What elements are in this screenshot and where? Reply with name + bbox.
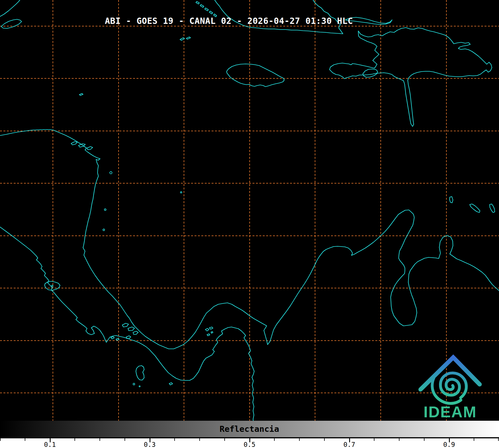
colorbar-label: Reflectancia bbox=[220, 424, 279, 434]
coast-pearl-island-3 bbox=[207, 334, 210, 336]
satellite-image-viewport: IDEAM ABI - GOES 19 - CANAL 02 - 2026-04… bbox=[0, 0, 499, 448]
coast-cuba-northwest-fragment bbox=[0, 0, 20, 16]
coast-pearl-island-4 bbox=[211, 332, 213, 333]
colorbar-tick bbox=[299, 438, 300, 441]
colorbar-tick bbox=[25, 438, 25, 441]
coast-bocas-island-3 bbox=[133, 331, 138, 334]
coiba-small-island-dot bbox=[133, 383, 135, 385]
coast-pearl-island-1 bbox=[205, 328, 209, 331]
coast-bocas-island-1 bbox=[122, 323, 129, 327]
coast-little-cayman bbox=[186, 37, 191, 39]
coast-curacao bbox=[470, 204, 480, 212]
providencia-island-dot bbox=[104, 209, 106, 211]
colorbar-tick bbox=[125, 438, 125, 441]
colorbar-tick bbox=[374, 438, 374, 441]
coast-pearl-island-2 bbox=[209, 327, 213, 329]
coast-hispaniola bbox=[330, 28, 492, 126]
colorbar-tick bbox=[274, 438, 275, 441]
graticule bbox=[0, 0, 499, 421]
colorbar-tick bbox=[0, 438, 1, 441]
image-title: ABI - GOES 19 - CANAL 02 - 2026-04-27 01… bbox=[105, 16, 353, 26]
coast-coiba-island bbox=[136, 366, 144, 380]
coast-bonaire bbox=[490, 204, 495, 212]
colorbar-tick bbox=[399, 438, 399, 441]
colorbar-tick bbox=[174, 438, 175, 441]
colorbar-tick bbox=[498, 438, 499, 441]
coast-cuba-key-4 bbox=[209, 11, 213, 14]
coast-isla-juventud bbox=[1, 19, 22, 28]
colorbar-tick-label: 0.7 bbox=[343, 441, 355, 448]
colorbar-tick bbox=[324, 438, 325, 441]
islet-dot bbox=[110, 172, 112, 174]
coast-azuero-islet bbox=[169, 383, 173, 385]
colorbar-tick-label: 0.3 bbox=[144, 441, 156, 448]
colorbar-tick bbox=[74, 438, 75, 441]
colorbar-tick bbox=[100, 438, 100, 441]
coast-roatan bbox=[71, 142, 77, 145]
colorbar-tick-label: 0.1 bbox=[44, 441, 56, 448]
coast-cuba-key-1 bbox=[196, 1, 199, 4]
colorbar-tick-label: 0.5 bbox=[244, 441, 256, 448]
coast-chiriqui-island-2 bbox=[116, 338, 119, 340]
coast-lake-nicaragua bbox=[45, 281, 60, 290]
colorbar-tick bbox=[424, 438, 425, 441]
coast-grand-cayman bbox=[79, 93, 83, 95]
coast-bay-island bbox=[87, 147, 93, 150]
coast-cuba-key-2 bbox=[200, 5, 204, 7]
colorbar-axis: 0.10.30.50.70.9 bbox=[0, 438, 499, 448]
ideam-logo: IDEAM bbox=[421, 357, 480, 421]
colorbar-tick bbox=[224, 438, 225, 441]
colorbar-tick bbox=[474, 438, 474, 441]
ometepe-island-dot bbox=[52, 285, 53, 287]
ideam-spiral-icon bbox=[440, 373, 466, 398]
islet-dot-2 bbox=[181, 192, 182, 193]
coast-bocas-island-4 bbox=[126, 336, 131, 339]
coiba-small-island-dot-2 bbox=[139, 386, 140, 387]
coast-cuba-key-3 bbox=[205, 8, 208, 11]
san-andres-island-dot bbox=[103, 229, 105, 231]
colorbar-tick bbox=[199, 438, 200, 441]
ideam-logo-text: IDEAM bbox=[423, 403, 477, 421]
satellite-map-canvas: IDEAM bbox=[0, 0, 499, 421]
coast-aruba bbox=[450, 197, 453, 203]
coast-bocas-island-2 bbox=[128, 327, 134, 331]
coast-jamaica bbox=[227, 64, 284, 87]
coast-chiriqui-island-1 bbox=[111, 337, 114, 339]
coast-cayman-brac bbox=[180, 38, 185, 40]
colorbar-tick-label: 0.9 bbox=[443, 441, 455, 448]
reflectance-colorbar: Reflectancia bbox=[0, 421, 499, 438]
